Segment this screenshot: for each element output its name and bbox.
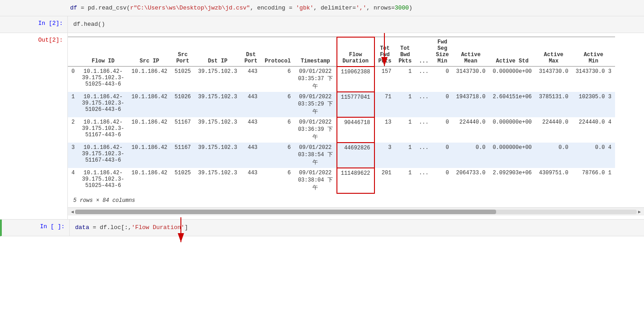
cell-active-min: 0.0 4 [572,143,615,168]
cell-tot-bwd-pkts: 1 [395,117,415,143]
cell-active-std: 0.000000e+00 [489,67,535,92]
cell-idx: 3 [68,143,78,168]
cell-src-port: 51167 [171,117,194,143]
cell-src-port: 51025 [171,168,194,193]
cell-active-max: 4309751.0 [535,168,572,193]
cell-ellipsis: ... [415,168,432,193]
cell-dst-ip: 39.175.102.3 [194,92,241,117]
cell-protocol: 6 [261,143,294,168]
in2-prompt: In [2]: [0,16,68,33]
cell-flow-duration: 115777041 [337,92,374,117]
cell-src-ip: 10.1.186.42 [128,168,171,193]
cell-dst-port: 443 [241,143,261,168]
col-header-protocol: Protocol [261,37,294,67]
cell-src-port: 51025 [171,67,194,92]
cell-active-max: 0.0 [535,143,572,168]
cell-active-mean: 3143730.0 [453,67,489,92]
in-blank-prompt: In [ ]: [2,220,70,236]
cell-active-mean: 1943718.0 [453,92,489,117]
cell-tot-fwd-pkts: 3 [374,143,395,168]
cell-fwd-seg-size-min: 0 [432,143,453,168]
in2-code: df.head() [73,21,105,28]
cell-tot-bwd-pkts: 1 [395,143,415,168]
cell-active-min: 102305.0 3 [572,92,615,117]
cell-active-max: 3785131.0 [535,92,572,117]
cell-ellipsis: ... [415,92,432,117]
cell-active-std: 2.092903e+06 [489,168,535,193]
code-text: df = pd.read_csv(r"C:\Users\ws\Desktop\j… [70,5,412,11]
cell-dst-port: 443 [241,168,261,193]
cell-flow-id: 10.1.186.42- 39.175.102.3- 51025-443-6 [78,168,128,193]
col-header-active-max: ActiveMax [535,37,572,67]
cell-timestamp: 09/01/2022 03:38:04 下 午 [294,168,337,193]
cell-dst-ip: 39.175.102.3 [194,117,241,143]
out2-content: Flow ID Src IP SrcPort Dst IP DstPort Pr… [68,33,644,220]
cell-active-mean: 224440.0 [453,117,489,143]
cell-tot-fwd-pkts: 201 [374,168,395,193]
top-code-cell: df = pd.read_csv(r"C:\Users\ws\Desktop\j… [0,0,644,16]
col-header-src-port: SrcPort [171,37,194,67]
cell-active-min: 78766.0 1 [572,168,615,193]
cell-tot-bwd-pkts: 1 [395,92,415,117]
cell-active-max: 224440.0 [535,117,572,143]
cell-dst-port: 443 [241,67,261,92]
scrollbar[interactable]: ◀ ▶ [68,207,644,215]
scroll-thumb[interactable] [75,210,496,214]
cell-flow-id: 10.1.186.42- 39.175.102.3- 51025-443-6 [78,67,128,92]
rows-info: 5 rows × 84 columns [68,194,644,207]
cell-dst-ip: 39.175.102.3 [194,168,241,193]
cell-timestamp: 09/01/2022 03:35:29 下 午 [294,92,337,117]
cell-ellipsis: ... [415,143,432,168]
cell-tot-fwd-pkts: 13 [374,117,395,143]
in-blank-cell: In [ ]: data = df.loc[:,'Flow Duration'] [0,220,644,236]
col-header-idx [68,37,78,67]
cell-dst-port: 443 [241,92,261,117]
cell-tot-bwd-pkts: 1 [395,168,415,193]
in2-cell: In [2]: df.head() [0,16,644,33]
cell-ellipsis: ... [415,117,432,143]
scroll-left-arrow[interactable]: ◀ [70,209,75,215]
cell-flow-id: 10.1.186.42- 39.175.102.3- 51167-443-6 [78,117,128,143]
cell-flow-duration: 111489622 [337,168,374,193]
cell-active-std: 0.000000e+00 [489,117,535,143]
cell-active-std: 0.000000e+00 [489,143,535,168]
table-row: 210.1.186.42- 39.175.102.3- 51167-443-61… [68,117,615,143]
col-header-active-std: Active Std [489,37,535,67]
annotation-arrow [321,33,457,86]
cell-fwd-seg-size-min: 0 [432,92,453,117]
cell-protocol: 6 [261,117,294,143]
cell-src-ip: 10.1.186.42 [128,92,171,117]
cell-active-min: 224440.0 4 [572,117,615,143]
cell-idx: 0 [68,67,78,92]
cell-idx: 1 [68,92,78,117]
cell-src-ip: 10.1.186.42 [128,117,171,143]
cell-timestamp: 09/01/2022 03:36:39 下 午 [294,117,337,143]
cell-timestamp: 09/01/2022 03:38:54 下 午 [294,143,337,168]
cell-flow-duration: 90446718 [337,117,374,143]
out2-prompt: Out[2]: [0,33,68,220]
col-header-dst-ip: Dst IP [194,37,241,67]
cell-src-ip: 10.1.186.42 [128,143,171,168]
scroll-track[interactable] [75,210,637,214]
in2-input[interactable]: df.head() [68,16,644,33]
cell-dst-ip: 39.175.102.3 [194,67,241,92]
col-header-dst-port: DstPort [241,37,261,67]
cell-active-std: 2.604151e+06 [489,92,535,117]
scroll-right-arrow[interactable]: ▶ [637,209,642,215]
cell-fwd-seg-size-min: 0 [432,168,453,193]
table-row: 410.1.186.42- 39.175.102.3- 51025-443-61… [68,168,615,193]
cell-tot-fwd-pkts: 71 [374,92,395,117]
cell-flow-id: 10.1.186.42- 39.175.102.3- 51026-443-6 [78,92,128,117]
cell-flow-duration: 44692826 [337,143,374,168]
bottom-annotation-arrow [136,217,226,254]
col-header-active-mean: ActiveMean [453,37,489,67]
cell-active-mean: 0.0 [453,143,489,168]
col-header-flow-id: Flow ID [78,37,128,67]
cell-flow-id: 10.1.186.42- 39.175.102.3- 51167-443-6 [78,143,128,168]
cell-protocol: 6 [261,67,294,92]
table-row: 110.1.186.42- 39.175.102.3- 51026-443-61… [68,92,615,117]
cell-protocol: 6 [261,92,294,117]
cell-src-ip: 10.1.186.42 [128,67,171,92]
cell-active-mean: 2064733.0 [453,168,489,193]
cell-dst-port: 443 [241,117,261,143]
